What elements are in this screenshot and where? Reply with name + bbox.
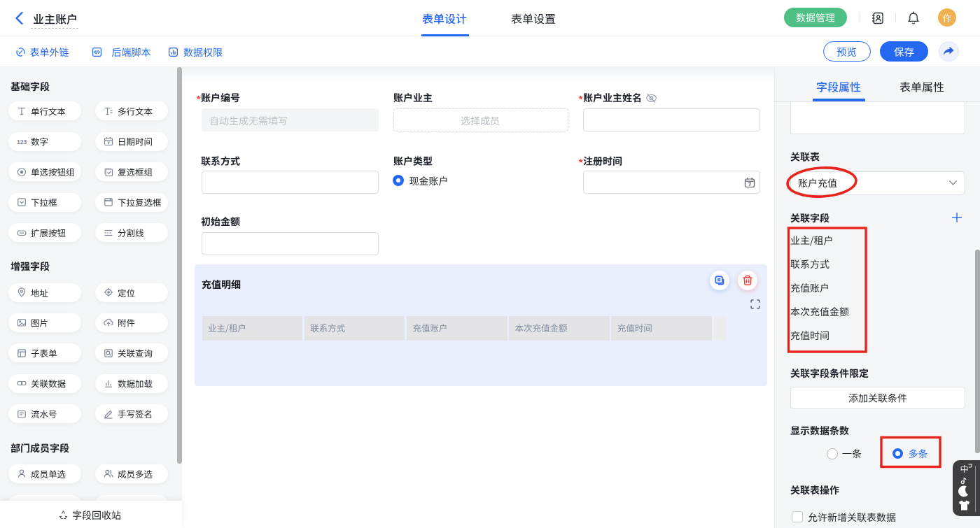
svg-text:123: 123 bbox=[17, 138, 27, 145]
